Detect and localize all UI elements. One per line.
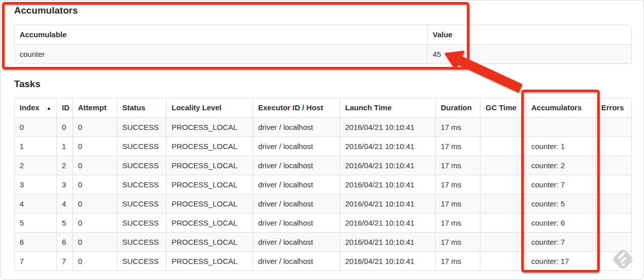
cell-executor: driver / localhost xyxy=(253,194,340,213)
sort-ascending-icon: ▲ xyxy=(46,105,51,111)
cell-attempt: 0 xyxy=(72,251,117,270)
tasks-section-title: Tasks xyxy=(14,64,630,90)
cell-launch-time: 2016/04/21 10:10:41 xyxy=(340,156,435,175)
accumulators-section-title: Accumulators xyxy=(14,1,630,16)
cell-status: SUCCESS xyxy=(117,175,166,194)
cell-index: 1 xyxy=(15,136,56,156)
cell-index: 7 xyxy=(15,251,56,270)
cell-errors xyxy=(596,117,631,136)
cell-id: 5 xyxy=(56,213,72,232)
task-row: 7 7 0 SUCCESS PROCESS_LOCAL driver / loc… xyxy=(15,251,631,270)
column-header-index[interactable]: Index▲ xyxy=(15,98,56,117)
tasks-header-row: Index▲ ID Attempt Status Locality Level … xyxy=(15,98,631,117)
cell-id: 2 xyxy=(56,156,72,175)
spark-ui-stage-page: Accumulators Accumulable Value counter 4… xyxy=(0,0,644,280)
cell-accumulators: counter: 17 xyxy=(526,251,596,270)
cell-launch-time: 2016/04/21 10:10:41 xyxy=(340,136,435,156)
cell-errors xyxy=(596,175,631,194)
column-header-accumulable[interactable]: Accumulable xyxy=(15,25,427,44)
cell-status: SUCCESS xyxy=(117,213,166,232)
task-row: 6 6 0 SUCCESS PROCESS_LOCAL driver / loc… xyxy=(15,232,631,251)
cell-gc-time xyxy=(480,175,526,194)
cell-status: SUCCESS xyxy=(117,156,166,175)
cell-executor: driver / localhost xyxy=(253,117,340,136)
cell-errors xyxy=(596,194,631,213)
cell-id: 0 xyxy=(56,117,72,136)
accumulable-name-cell: counter xyxy=(15,44,427,63)
column-header-value[interactable]: Value xyxy=(427,25,631,44)
cell-status: SUCCESS xyxy=(117,136,166,156)
cell-launch-time: 2016/04/21 10:10:41 xyxy=(340,251,435,270)
index-header-label: Index xyxy=(20,103,39,112)
cell-gc-time xyxy=(480,117,526,136)
cell-locality: PROCESS_LOCAL xyxy=(166,251,253,270)
cell-executor: driver / localhost xyxy=(253,251,340,270)
cell-duration: 17 ms xyxy=(435,136,480,156)
cell-index: 3 xyxy=(15,175,56,194)
cell-launch-time: 2016/04/21 10:10:41 xyxy=(340,175,435,194)
cell-locality: PROCESS_LOCAL xyxy=(166,156,253,175)
column-header-executor-id-host[interactable]: Executor ID / Host xyxy=(253,98,340,117)
cell-locality: PROCESS_LOCAL xyxy=(166,213,253,232)
column-header-launch-time[interactable]: Launch Time xyxy=(340,98,435,117)
accumulators-table: Accumulable Value counter 45 xyxy=(14,25,632,64)
cell-errors xyxy=(596,213,631,232)
cell-duration: 17 ms xyxy=(435,251,480,270)
column-header-status[interactable]: Status xyxy=(117,98,166,117)
cell-locality: PROCESS_LOCAL xyxy=(166,175,253,194)
cell-attempt: 0 xyxy=(72,156,117,175)
cell-launch-time: 2016/04/21 10:10:41 xyxy=(340,213,435,232)
cell-id: 6 xyxy=(56,232,72,251)
task-row: 2 2 0 SUCCESS PROCESS_LOCAL driver / loc… xyxy=(15,156,631,175)
cell-gc-time xyxy=(480,194,526,213)
cell-index: 0 xyxy=(15,117,56,136)
cell-duration: 17 ms xyxy=(435,156,480,175)
column-header-gc-time[interactable]: GC Time xyxy=(480,98,526,117)
cell-duration: 17 ms xyxy=(435,175,480,194)
task-row: 0 0 0 SUCCESS PROCESS_LOCAL driver / loc… xyxy=(15,117,631,136)
accumulators-header-row: Accumulable Value xyxy=(15,25,631,44)
cell-attempt: 0 xyxy=(72,117,117,136)
skitch-watermark-icon xyxy=(611,247,635,271)
task-row: 5 5 0 SUCCESS PROCESS_LOCAL driver / loc… xyxy=(15,213,631,232)
accumulator-row: counter 45 xyxy=(15,44,631,63)
cell-duration: 17 ms xyxy=(435,194,480,213)
task-row: 4 4 0 SUCCESS PROCESS_LOCAL driver / loc… xyxy=(15,194,631,213)
cell-gc-time xyxy=(480,251,526,270)
cell-locality: PROCESS_LOCAL xyxy=(166,232,253,251)
cell-index: 4 xyxy=(15,194,56,213)
cell-status: SUCCESS xyxy=(117,194,166,213)
cell-executor: driver / localhost xyxy=(253,156,340,175)
column-header-locality-level[interactable]: Locality Level xyxy=(166,98,253,117)
cell-accumulators: counter: 1 xyxy=(526,136,596,156)
cell-duration: 17 ms xyxy=(435,232,480,251)
cell-index: 2 xyxy=(15,156,56,175)
cell-index: 5 xyxy=(15,213,56,232)
cell-index: 6 xyxy=(15,232,56,251)
cell-accumulators: counter: 7 xyxy=(526,175,596,194)
column-header-errors[interactable]: Errors xyxy=(596,98,631,117)
cell-errors xyxy=(596,156,631,175)
cell-accumulators xyxy=(526,117,596,136)
cell-id: 1 xyxy=(56,136,72,156)
accumulable-value-cell: 45 xyxy=(427,44,631,63)
column-header-accumulators[interactable]: Accumulators xyxy=(526,98,596,117)
cell-attempt: 0 xyxy=(72,213,117,232)
cell-executor: driver / localhost xyxy=(253,175,340,194)
column-header-attempt[interactable]: Attempt xyxy=(72,98,117,117)
cell-status: SUCCESS xyxy=(117,251,166,270)
cell-id: 4 xyxy=(56,194,72,213)
cell-attempt: 0 xyxy=(72,136,117,156)
cell-gc-time xyxy=(480,156,526,175)
cell-attempt: 0 xyxy=(72,194,117,213)
cell-locality: PROCESS_LOCAL xyxy=(166,117,253,136)
column-header-id[interactable]: ID xyxy=(56,98,72,117)
task-row: 3 3 0 SUCCESS PROCESS_LOCAL driver / loc… xyxy=(15,175,631,194)
tasks-table: Index▲ ID Attempt Status Locality Level … xyxy=(14,98,632,271)
cell-accumulators: counter: 2 xyxy=(526,156,596,175)
cell-id: 3 xyxy=(56,175,72,194)
column-header-duration[interactable]: Duration xyxy=(435,98,480,117)
cell-id: 7 xyxy=(56,251,72,270)
cell-status: SUCCESS xyxy=(117,232,166,251)
cell-executor: driver / localhost xyxy=(253,136,340,156)
